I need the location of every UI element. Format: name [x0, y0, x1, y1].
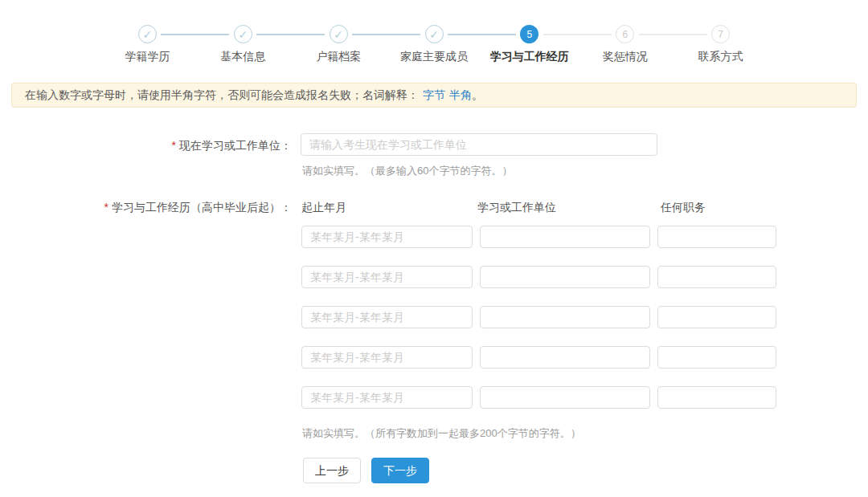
step-label: 学习与工作经历 [490, 50, 569, 64]
experience-helper: 请如实填写。（所有字数加到一起最多200个字节的字符。） [302, 426, 581, 441]
step-number-badge: 6 [616, 25, 634, 43]
experience-position-input[interactable] [657, 226, 776, 248]
current-unit-helper: 请如实填写。（最多输入60个字节的字符。） [302, 164, 512, 178]
current-unit-input[interactable] [301, 133, 657, 156]
step-number-badge: 7 [711, 25, 730, 43]
step-connector [352, 34, 420, 35]
experience-label-text: 学习与工作经历（高中毕业后起）： [112, 201, 292, 214]
experience-unit-input[interactable] [480, 266, 650, 288]
experience-position-input[interactable] [657, 306, 776, 328]
experience-row [301, 386, 776, 409]
required-asterisk: * [104, 201, 108, 214]
column-header-period: 起止年月 [301, 201, 346, 215]
stepper: ✓学籍学历✓基本信息✓户籍档案✓家庭主要成员5学习与工作经历6奖惩情况7联系方式 [100, 25, 768, 64]
experience-period-input[interactable] [301, 386, 473, 409]
experience-position-input[interactable] [657, 386, 776, 409]
experience-position-input[interactable] [657, 346, 776, 369]
experience-period-input[interactable] [301, 266, 473, 288]
step-6-todo: 6奖惩情况 [577, 25, 673, 64]
step-check-icon: ✓ [330, 25, 348, 43]
prev-step-button[interactable]: 上一步 [303, 458, 361, 483]
step-1-done[interactable]: ✓学籍学历 [100, 25, 195, 64]
experience-period-input[interactable] [301, 226, 473, 248]
step-2-done[interactable]: ✓基本信息 [195, 25, 291, 64]
experience-period-input[interactable] [301, 306, 473, 328]
notice-link-byte[interactable]: 字节 [423, 88, 445, 101]
column-header-position: 任何职务 [661, 201, 706, 215]
step-5-active: 5学习与工作经历 [481, 25, 577, 64]
step-number-badge: 5 [520, 25, 538, 43]
notice-link-halfwidth[interactable]: 半角 [449, 88, 472, 101]
notice-text: 在输入数字或字母时，请使用半角字符，否则可能会造成报名失败；名词解释： [25, 88, 419, 101]
current-unit-label: *现在学习或工作单位： [0, 139, 292, 153]
step-3-done[interactable]: ✓户籍档案 [291, 25, 387, 64]
experience-unit-input[interactable] [480, 346, 650, 369]
step-label: 奖惩情况 [603, 50, 648, 64]
experience-unit-input[interactable] [480, 226, 650, 248]
column-header-unit: 学习或工作单位 [477, 201, 556, 215]
step-check-icon: ✓ [425, 25, 444, 43]
step-label: 家庭主要成员 [400, 50, 468, 64]
step-7-todo: 7联系方式 [673, 25, 768, 64]
step-label: 户籍档案 [316, 50, 361, 64]
experience-row [301, 226, 776, 248]
notice-bar: 在输入数字或字母时，请使用半角字符，否则可能会造成报名失败；名词解释：字节半角。 [11, 83, 857, 108]
step-connector [639, 34, 707, 35]
experience-row [301, 306, 776, 328]
required-asterisk: * [172, 139, 176, 152]
experience-unit-input[interactable] [480, 386, 650, 409]
step-connector [448, 34, 516, 35]
step-label: 学籍学历 [125, 50, 170, 64]
experience-row [301, 266, 776, 288]
wizard-buttons: 上一步 下一步 [303, 458, 429, 483]
step-check-icon: ✓ [138, 25, 157, 43]
experience-row [301, 346, 776, 369]
experience-position-input[interactable] [657, 266, 776, 288]
step-label: 联系方式 [698, 50, 743, 64]
step-connector [543, 34, 612, 35]
experience-rows [301, 226, 776, 426]
current-unit-label-text: 现在学习或工作单位： [179, 139, 292, 152]
step-connector [256, 34, 325, 35]
step-connector [161, 34, 229, 35]
step-check-icon: ✓ [234, 25, 252, 43]
experience-label: *学习与工作经历（高中毕业后起）： [0, 201, 292, 215]
notice-text-end: 。 [472, 88, 483, 101]
step-4-done[interactable]: ✓家庭主要成员 [387, 25, 482, 64]
next-step-button[interactable]: 下一步 [371, 458, 429, 483]
experience-period-input[interactable] [301, 346, 473, 369]
experience-unit-input[interactable] [480, 306, 650, 328]
step-label: 基本信息 [220, 50, 265, 64]
